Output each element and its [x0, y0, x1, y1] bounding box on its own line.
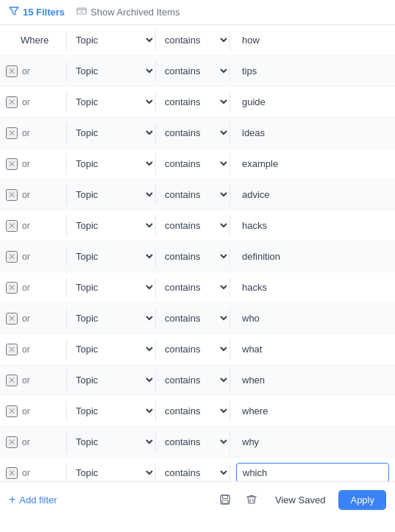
value-text: advice: [236, 185, 276, 204]
field-select[interactable]: Topic Title Status: [67, 153, 155, 174]
remove-filter-button[interactable]: ✕: [6, 344, 18, 355]
remove-filter-button[interactable]: ✕: [6, 220, 18, 232]
field-select[interactable]: Topic Title Status: [67, 184, 155, 205]
field-select[interactable]: Topic Title Status: [67, 277, 155, 298]
field-select[interactable]: Topic Title Status: [67, 60, 155, 82]
field-select[interactable]: Topic Title Status: [67, 246, 155, 267]
filter-row: ✕ or Topic Title Status contains does no…: [0, 210, 395, 241]
field-select[interactable]: Topic Title Status: [67, 29, 155, 51]
value-cell: how: [230, 32, 395, 49]
or-label: or: [22, 97, 30, 107]
operator-select[interactable]: contains does not contain equals: [156, 462, 229, 481]
value-cell: advice: [230, 186, 395, 203]
field-select[interactable]: Topic Title Status: [67, 122, 155, 143]
value-text: hacks: [236, 278, 273, 297]
filters-container: Where Topic Title Status contains does n…: [0, 25, 395, 481]
operator-select[interactable]: contains does not contain equals: [156, 338, 229, 360]
field-select[interactable]: Topic Title Status: [67, 369, 155, 391]
filter-row: ✕ or Topic Title Status contains does no…: [0, 303, 395, 334]
filter-count[interactable]: 15 Filters: [9, 6, 65, 18]
clear-icon-button[interactable]: [241, 489, 262, 510]
operator-select[interactable]: contains does not contain equals: [156, 308, 229, 329]
value-cell: example: [230, 155, 395, 172]
bottom-bar: + Add filter View Saved Apply: [0, 481, 395, 517]
remove-filter-button[interactable]: ✕: [6, 405, 18, 417]
remove-filter-button[interactable]: ✕: [6, 158, 18, 170]
or-label: or: [22, 344, 30, 355]
operator-select[interactable]: contains does not contain equals: [156, 29, 229, 51]
field-select[interactable]: Topic Title Status: [67, 462, 155, 481]
or-label: or: [22, 128, 30, 138]
add-filter-button[interactable]: + Add filter: [9, 494, 57, 506]
value-cell: where: [230, 402, 395, 419]
view-saved-label: View Saved: [275, 494, 325, 506]
value-cell: hacks: [230, 279, 395, 296]
remove-filter-button[interactable]: ✕: [6, 467, 18, 479]
view-saved-button[interactable]: View Saved: [268, 490, 332, 510]
operator-select[interactable]: contains does not contain equals: [156, 153, 229, 174]
field-select[interactable]: Topic Title Status: [67, 338, 155, 360]
or-label: or: [22, 468, 30, 478]
row-prefix-or: ✕ or: [0, 96, 66, 108]
svg-rect-3: [222, 500, 228, 503]
field-select[interactable]: Topic Title Status: [67, 215, 155, 236]
filter-row: ✕ or Topic Title Status contains does no…: [0, 458, 395, 481]
operator-select[interactable]: contains does not contain equals: [156, 60, 229, 82]
operator-select[interactable]: contains does not contain equals: [156, 369, 229, 391]
field-select[interactable]: Topic Title Status: [67, 431, 155, 453]
row-prefix-or: ✕ or: [0, 251, 66, 263]
value-input[interactable]: [236, 463, 389, 481]
or-label: or: [22, 375, 30, 386]
filter-row: ✕ or Topic Title Status contains does no…: [0, 180, 395, 210]
where-label: Where: [21, 35, 49, 46]
filter-row: ✕ or Topic Title Status contains does no…: [0, 365, 395, 396]
row-prefix-or: ✕ or: [0, 313, 66, 324]
operator-select[interactable]: contains does not contain equals: [156, 91, 229, 113]
remove-filter-button[interactable]: ✕: [6, 127, 18, 139]
row-prefix-or: ✕ or: [0, 127, 66, 139]
or-label: or: [22, 190, 30, 200]
operator-select[interactable]: contains does not contain equals: [156, 277, 229, 298]
remove-filter-button[interactable]: ✕: [6, 375, 18, 386]
or-label: or: [22, 313, 30, 324]
row-prefix-or: ✕ or: [0, 344, 66, 355]
remove-filter-button[interactable]: ✕: [6, 65, 18, 77]
svg-rect-0: [77, 8, 86, 14]
apply-button[interactable]: Apply: [338, 490, 386, 510]
field-select[interactable]: Topic Title Status: [67, 91, 155, 113]
field-select[interactable]: Topic Title Status: [67, 308, 155, 329]
remove-filter-button[interactable]: ✕: [6, 313, 18, 324]
remove-filter-button[interactable]: ✕: [6, 282, 18, 294]
operator-select[interactable]: contains does not contain equals: [156, 184, 229, 205]
remove-filter-button[interactable]: ✕: [6, 96, 18, 108]
save-icon-button[interactable]: [215, 489, 235, 510]
remove-filter-button[interactable]: ✕: [6, 436, 18, 448]
row-prefix-or: ✕ or: [0, 282, 66, 294]
value-text: who: [236, 309, 266, 327]
operator-select[interactable]: contains does not contain equals: [156, 215, 229, 236]
operator-select[interactable]: contains does not contain equals: [156, 246, 229, 267]
filter-icon: [9, 6, 19, 18]
value-cell: hacks: [230, 217, 395, 234]
row-prefix-or: ✕ or: [0, 405, 66, 417]
top-bar: 15 Filters Show Archived Items: [0, 0, 395, 25]
value-cell: ideas: [230, 124, 395, 141]
row-prefix-or: ✕ or: [0, 220, 66, 232]
value-text: tips: [236, 62, 263, 80]
or-label: or: [22, 252, 30, 262]
operator-select[interactable]: contains does not contain equals: [156, 122, 229, 143]
field-select[interactable]: Topic Title Status: [67, 400, 155, 422]
operator-select[interactable]: contains does not contain equals: [156, 431, 229, 453]
or-label: or: [22, 66, 30, 77]
row-prefix-or: ✕ or: [0, 375, 66, 386]
show-archived-btn[interactable]: Show Archived Items: [76, 6, 179, 18]
remove-filter-button[interactable]: ✕: [6, 189, 18, 201]
operator-select[interactable]: contains does not contain equals: [156, 400, 229, 422]
value-text: what: [236, 340, 268, 358]
row-prefix-or: ✕ or: [0, 65, 66, 77]
remove-filter-button[interactable]: ✕: [6, 251, 18, 263]
filter-count-label: 15 Filters: [23, 7, 65, 18]
value-cell: tips: [230, 63, 395, 79]
row-prefix-where: Where: [0, 35, 66, 46]
value-text: how: [236, 31, 266, 49]
